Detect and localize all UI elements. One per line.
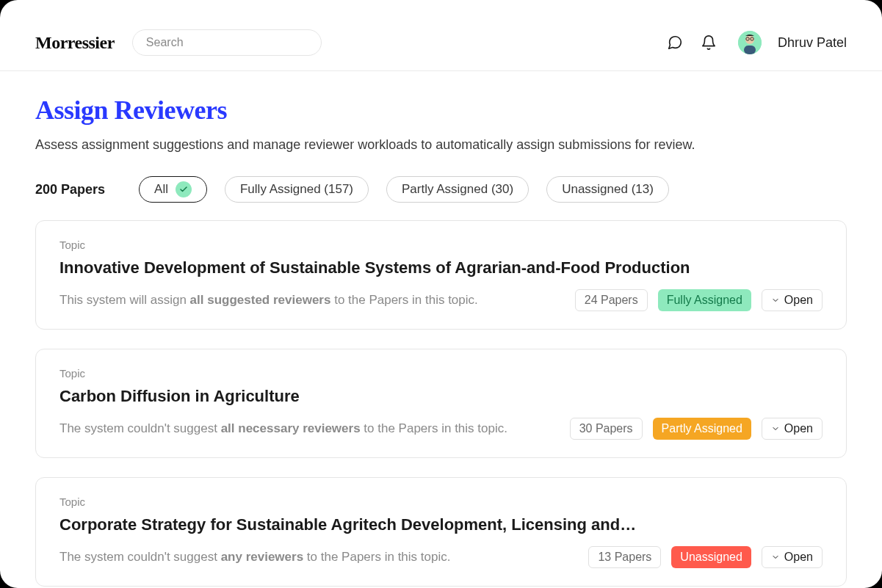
check-icon [176,181,192,197]
paper-count: 200 Papers [35,182,105,197]
filter-all-label: All [154,182,168,197]
filter-fully-assigned[interactable]: Fully Assigned (157) [225,176,369,203]
status-badge: Fully Assigned [658,289,751,311]
paper-count-badge: 24 Papers [575,289,648,311]
topic-desc: The system couldn't suggest any reviewer… [59,550,578,565]
logo: Morressier [35,33,115,53]
header: Morressier Dhruv Patel [0,0,882,71]
topic-card: Topic Carbon Diffusion in Agriculture Th… [35,349,847,458]
search-wrap [132,29,322,56]
topic-desc: This system will assign all suggested re… [59,293,565,308]
header-icons: Dhruv Patel [666,31,847,54]
chevron-down-icon [771,553,780,562]
topic-title: Innovative Development of Sustainable Sy… [59,258,823,277]
topic-label: Topic [59,239,823,251]
username: Dhruv Patel [778,35,847,51]
paper-count-badge: 13 Papers [588,546,661,568]
filter-unassigned[interactable]: Unassigned (13) [546,176,669,203]
open-button[interactable]: Open [762,289,823,311]
paper-count-badge: 30 Papers [570,418,643,440]
svg-rect-2 [744,46,756,54]
search-input[interactable] [132,29,322,56]
topic-title: Corporate Strategy for Sustainable Agrit… [59,515,823,534]
page-subtitle: Assess assignment suggestions and manage… [35,137,847,153]
chevron-down-icon [771,296,780,305]
chat-icon[interactable] [666,34,684,51]
topic-card: Topic Innovative Development of Sustaina… [35,220,847,330]
app-window: Morressier Dhruv Patel Assign Reviewers … [0,0,882,588]
topic-label: Topic [59,496,823,508]
filter-partly-assigned[interactable]: Partly Assigned (30) [386,176,529,203]
open-button[interactable]: Open [762,546,823,568]
topic-label: Topic [59,367,823,380]
content: Assign Reviewers Assess assignment sugge… [0,71,882,588]
page-title: Assign Reviewers [35,95,847,126]
open-button[interactable]: Open [762,418,823,440]
chevron-down-icon [771,424,780,433]
topic-title: Carbon Diffusion in Agriculture [59,387,823,406]
filter-all[interactable]: All [139,176,207,203]
topic-footer: This system will assign all suggested re… [59,289,823,311]
status-badge: Partly Assigned [653,418,751,440]
filter-row: 200 Papers All Fully Assigned (157) Part… [35,176,847,203]
topic-desc: The system couldn't suggest all necessar… [59,421,560,436]
svg-point-1 [745,35,754,44]
topic-card: Topic Corporate Strategy for Sustainable… [35,477,847,587]
bell-icon[interactable] [700,34,717,51]
avatar[interactable] [738,31,762,54]
topic-footer: The system couldn't suggest all necessar… [59,418,823,440]
status-badge: Unassigned [671,546,751,568]
topic-footer: The system couldn't suggest any reviewer… [59,546,823,568]
